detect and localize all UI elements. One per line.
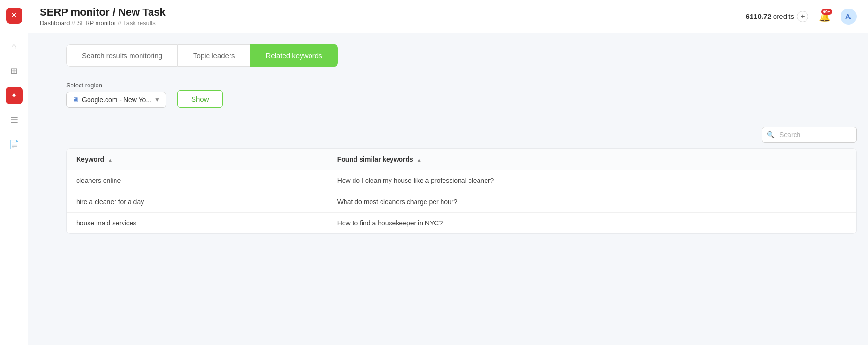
sort-keyword-icon[interactable]: ▲ bbox=[108, 157, 113, 163]
cell-keyword: house maid services bbox=[67, 213, 328, 234]
sidebar-item-grid[interactable]: ⊞ bbox=[6, 62, 23, 79]
tab-related-keywords[interactable]: Related keywords bbox=[250, 44, 337, 67]
sidebar-item-doc[interactable]: 📄 bbox=[6, 136, 23, 153]
cell-found-similar: How to find a housekeeper in NYC? bbox=[328, 213, 856, 234]
header-right: 6110.72 credits + 🔔 99+ A. bbox=[745, 8, 857, 25]
col-found-similar: Found similar keywords ▲ bbox=[328, 149, 856, 170]
breadcrumb-sep-2: // bbox=[118, 19, 121, 26]
breadcrumb: Dashboard // SERP monitor // Task result… bbox=[40, 19, 166, 26]
list-icon: ☰ bbox=[10, 115, 18, 125]
add-credits-button[interactable]: + bbox=[797, 11, 808, 22]
sidebar-nav: ⌂ ⊞ ✦ ☰ 📄 bbox=[6, 38, 23, 153]
magic-icon: ✦ bbox=[10, 90, 18, 101]
grid-icon: ⊞ bbox=[10, 66, 18, 76]
table-header-row: Keyword ▲ Found similar keywords ▲ bbox=[67, 149, 856, 170]
tab-search-results[interactable]: Search results monitoring bbox=[66, 44, 178, 67]
notifications-badge: 99+ bbox=[821, 9, 832, 15]
sidebar: 👁 ⌂ ⊞ ✦ ☰ 📄 bbox=[0, 0, 28, 345]
chevron-down-icon: ▼ bbox=[154, 96, 160, 103]
breadcrumb-sep-1: // bbox=[72, 19, 75, 26]
cell-keyword: cleaners online bbox=[67, 170, 328, 191]
cell-keyword: hire a cleaner for a day bbox=[67, 191, 328, 213]
search-input-wrapper: 🔍 bbox=[762, 127, 857, 143]
tabs-bar: Search results monitoring Topic leaders … bbox=[66, 44, 857, 67]
data-table: Keyword ▲ Found similar keywords ▲ clean… bbox=[66, 148, 857, 234]
table-row: hire a cleaner for a day What do most cl… bbox=[67, 191, 856, 213]
monitor-icon: 🖥 bbox=[72, 96, 79, 104]
sort-similar-icon[interactable]: ▲ bbox=[417, 157, 422, 163]
region-select[interactable]: 🖥 Google.com - New Yo... ▼ bbox=[66, 92, 166, 108]
sidebar-item-home[interactable]: ⌂ bbox=[6, 38, 23, 55]
page-title: SERP monitor / New Task bbox=[40, 6, 166, 18]
region-section: Select region 🖥 Google.com - New Yo... ▼… bbox=[66, 82, 857, 108]
search-icon: 🔍 bbox=[767, 131, 775, 138]
header-left: SERP monitor / New Task Dashboard // SER… bbox=[40, 6, 166, 26]
home-icon: ⌂ bbox=[11, 42, 17, 52]
col-keyword: Keyword ▲ bbox=[67, 149, 328, 170]
breadcrumb-serp[interactable]: SERP monitor bbox=[77, 19, 116, 26]
show-button[interactable]: Show bbox=[177, 90, 223, 108]
main-area: SERP monitor / New Task Dashboard // SER… bbox=[28, 0, 868, 345]
doc-icon: 📄 bbox=[9, 139, 19, 150]
logo-icon: 👁 bbox=[10, 11, 18, 20]
keywords-table: Keyword ▲ Found similar keywords ▲ clean… bbox=[67, 149, 856, 233]
breadcrumb-dashboard[interactable]: Dashboard bbox=[40, 19, 70, 26]
content-area: Search results monitoring Topic leaders … bbox=[28, 33, 868, 345]
tab-topic-leaders[interactable]: Topic leaders bbox=[178, 44, 250, 67]
table-header: Keyword ▲ Found similar keywords ▲ bbox=[67, 149, 856, 170]
credits-label: credits bbox=[773, 12, 794, 20]
notifications-button[interactable]: 🔔 99+ bbox=[816, 8, 833, 25]
sidebar-item-list[interactable]: ☰ bbox=[6, 112, 23, 129]
table-body: cleaners online How do I clean my house … bbox=[67, 170, 856, 234]
table-row: house maid services How to find a housek… bbox=[67, 213, 856, 234]
table-row: cleaners online How do I clean my house … bbox=[67, 170, 856, 191]
sidebar-logo[interactable]: 👁 bbox=[6, 8, 22, 24]
search-input[interactable] bbox=[762, 127, 857, 143]
avatar[interactable]: A. bbox=[841, 9, 857, 25]
cell-found-similar: How do I clean my house like a professio… bbox=[328, 170, 856, 191]
region-value: Google.com - New Yo... bbox=[82, 96, 151, 104]
sidebar-item-magic[interactable]: ✦ bbox=[6, 87, 23, 104]
region-label: Select region bbox=[66, 82, 166, 89]
header: SERP monitor / New Task Dashboard // SER… bbox=[28, 0, 868, 33]
search-bar-row: 🔍 bbox=[66, 127, 857, 143]
breadcrumb-task: Task results bbox=[123, 19, 156, 26]
credits-value: 6110.72 bbox=[745, 12, 771, 20]
credits-display: 6110.72 credits bbox=[745, 12, 794, 20]
region-select-wrapper: Select region 🖥 Google.com - New Yo... ▼ bbox=[66, 82, 166, 108]
cell-found-similar: What do most cleaners charge per hour? bbox=[328, 191, 856, 213]
